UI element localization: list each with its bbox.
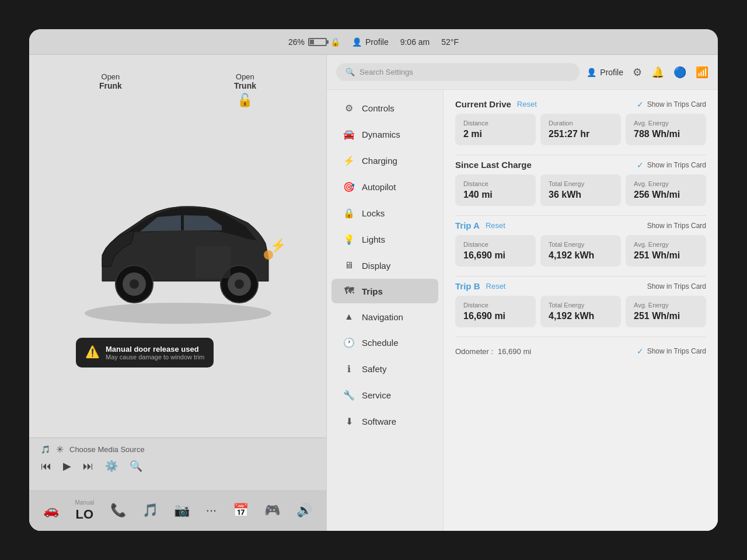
since-last-charge-show-trips-label: Show in Trips Card: [647, 161, 706, 169]
temperature-display: 52°F: [441, 37, 459, 47]
sidebar-item-locks[interactable]: 🔒 Locks: [331, 201, 438, 226]
since-last-charge-checkmark: ✓: [637, 160, 644, 170]
lights-icon: 💡: [343, 234, 355, 245]
lock-icon: 🔒: [330, 37, 340, 47]
bluetooth-header-icon[interactable]: 🔵: [673, 66, 686, 79]
more-task[interactable]: ···: [206, 503, 217, 518]
sidebar-item-safety[interactable]: ℹ Safety: [331, 356, 438, 382]
open-frunk-button[interactable]: Open Frunk: [99, 72, 122, 90]
signal-icon: 📶: [696, 66, 708, 79]
left-taskbar: 🚗 Manual LO 📞 🎵 📷 ···: [29, 490, 326, 531]
sidebar-item-service[interactable]: 🔧 Service: [331, 383, 438, 408]
sidebar-item-lights[interactable]: 💡 Lights: [331, 227, 438, 252]
navigation-icon: ▲: [343, 312, 355, 322]
since-last-charge-distance-label: Distance: [463, 180, 528, 187]
settings-icon[interactable]: ⚙: [633, 66, 642, 79]
divider-1: [455, 155, 706, 155]
audio-task[interactable]: 🔊: [296, 503, 312, 518]
next-button[interactable]: ⏭: [83, 460, 93, 473]
car-icon: 🚗: [43, 503, 59, 518]
media-controls: ⏮ ▶ ⏭ ⚙️ 🔍: [41, 460, 315, 473]
current-drive-title: Current Drive: [455, 99, 511, 109]
profile-button[interactable]: 👤 Profile: [352, 37, 389, 47]
charging-icon: ⚡: [343, 155, 355, 166]
odometer-label: Odometer :: [455, 347, 493, 356]
trips-icon: 🗺: [343, 286, 355, 296]
sidebar-item-display[interactable]: 🖥 Display: [331, 253, 438, 278]
svg-point-6: [235, 279, 244, 289]
trip-a-distance-card: Distance 16,690 mi: [455, 235, 536, 267]
warning-subtitle: May cause damage to window trim: [106, 354, 204, 360]
games-task[interactable]: 🎮: [264, 503, 280, 518]
sidebar-item-dynamics[interactable]: 🚘 Dynamics: [331, 122, 438, 147]
audio-icon: 🎵: [142, 503, 158, 518]
manual-label: Manual: [75, 499, 94, 506]
since-last-charge-distance-card: Distance 140 mi: [455, 174, 536, 206]
media-source-label[interactable]: Choose Media Source: [69, 445, 145, 454]
camera-task[interactable]: 📷: [174, 503, 190, 518]
phone-task[interactable]: 📞: [110, 503, 126, 518]
trip-b-section: Trip B Reset Show in Trips Card Distance…: [455, 281, 706, 327]
sidebar-item-charging[interactable]: ⚡ Charging: [331, 148, 438, 173]
lights-label: Lights: [362, 235, 385, 244]
trip-a-title[interactable]: Trip A: [455, 220, 480, 230]
media-source: 🎵 ✳ Choose Media Source: [41, 444, 315, 455]
header-profile-label: Profile: [600, 68, 623, 77]
trip-b-reset-button[interactable]: Reset: [486, 282, 506, 290]
sidebar-item-trips[interactable]: 🗺 Trips: [331, 279, 438, 303]
charging-label: Charging: [362, 156, 397, 166]
current-drive-header: Current Drive Reset ✓ Show in Trips Card: [455, 99, 706, 109]
trip-a-total-energy-value: 4,192 kWh: [549, 250, 613, 261]
car-status-item[interactable]: 🚗: [43, 503, 59, 518]
divider-3: [455, 276, 706, 276]
main-content: Open Frunk Open Trunk 🔓: [29, 55, 718, 531]
dynamics-icon: 🚘: [343, 129, 355, 140]
settings-header: 🔍 Search Settings 👤 Profile ⚙ 🔔 🔵 📶: [327, 55, 718, 90]
battery-section: 26% 🔒: [288, 37, 340, 47]
trip-a-reset-button[interactable]: Reset: [486, 221, 505, 230]
current-drive-show-trips: ✓ Show in Trips Card: [637, 100, 706, 109]
more-icon: ···: [206, 503, 217, 518]
trip-a-distance-value: 16,690 mi: [463, 250, 528, 261]
controls-icon: ⚙: [343, 103, 355, 114]
bluetooth-icon: ✳: [56, 444, 64, 455]
autopilot-label: Autopilot: [362, 182, 396, 192]
equalizer-button[interactable]: ⚙️: [105, 460, 118, 473]
trip-b-distance-value: 16,690 mi: [463, 311, 528, 321]
header-profile-button[interactable]: 👤 Profile: [587, 68, 623, 77]
calendar-task[interactable]: 📅: [233, 503, 249, 518]
trip-b-title[interactable]: Trip B: [455, 281, 480, 291]
media-player: 🎵 ✳ Choose Media Source ⏮ ▶ ⏭ ⚙️ 🔍: [29, 438, 326, 490]
dynamics-label: Dynamics: [362, 130, 400, 139]
lo-label: LO: [76, 507, 94, 522]
search-media-button[interactable]: 🔍: [130, 460, 142, 473]
trunk-lock-icon: 🔓: [234, 93, 256, 108]
trip-a-distance-label: Distance: [463, 241, 528, 248]
sidebar-item-navigation[interactable]: ▲ Navigation: [331, 304, 438, 329]
trip-a-show-trips-label: Show in Trips Card: [647, 222, 706, 230]
bell-icon[interactable]: 🔔: [651, 66, 664, 79]
trip-a-avg-energy-card: Avg. Energy 251 Wh/mi: [626, 235, 706, 267]
tesla-screen: 26% 🔒 👤 Profile 9:06 am 52°F Open Frunk: [29, 29, 718, 531]
prev-button[interactable]: ⏮: [41, 460, 51, 473]
sidebar-item-controls[interactable]: ⚙ Controls: [331, 96, 438, 121]
odometer-value: 16,690 mi: [498, 347, 531, 356]
current-drive-distance-card: Distance 2 mi: [455, 114, 536, 145]
play-button[interactable]: ▶: [63, 460, 71, 473]
current-drive-stats: Distance 2 mi Duration 251:27 hr Avg. En…: [455, 114, 706, 145]
search-bar[interactable]: 🔍 Search Settings: [336, 63, 580, 81]
settings-body: ⚙ Controls 🚘 Dynamics ⚡ Charging 🎯 Autop…: [327, 90, 718, 531]
open-trunk-button[interactable]: Open Trunk 🔓: [234, 72, 256, 108]
trip-b-avg-energy-card: Avg. Energy 251 Wh/mi: [626, 296, 706, 327]
current-drive-distance-label: Distance: [463, 120, 528, 127]
display-icon: 🖥: [343, 260, 355, 271]
sidebar-item-software[interactable]: ⬇ Software: [331, 409, 438, 434]
music-task[interactable]: 🎵: [142, 503, 158, 518]
sidebar-item-autopilot[interactable]: 🎯 Autopilot: [331, 174, 438, 200]
trip-b-distance-label: Distance: [463, 302, 528, 309]
current-drive-reset-button[interactable]: Reset: [517, 100, 537, 108]
sidebar-item-schedule[interactable]: 🕐 Schedule: [331, 330, 438, 355]
person-icon: 👤: [352, 37, 362, 47]
navigation-label: Navigation: [362, 312, 403, 322]
trip-a-section: Trip A Reset Show in Trips Card Distance…: [455, 220, 706, 267]
